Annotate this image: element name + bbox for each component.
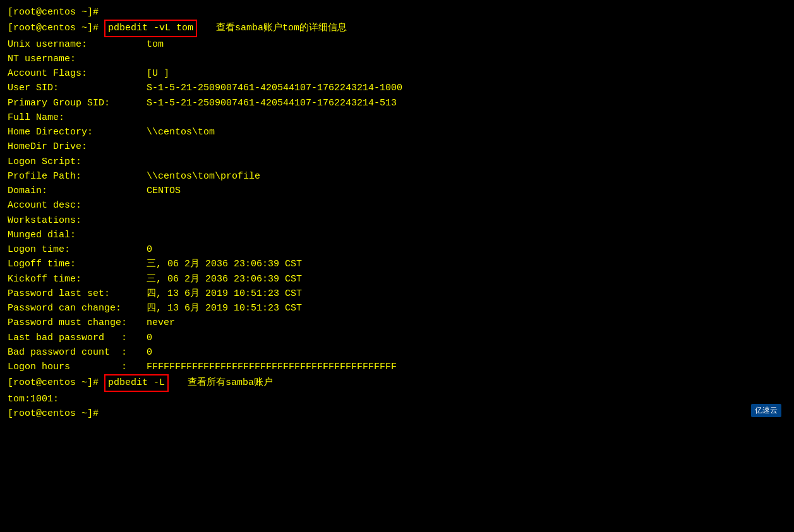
command-box[interactable]: pdbedit -L [104, 374, 169, 391]
field-value: 0 [147, 331, 152, 345]
terminal-line: [root@centos ~]# [8, 406, 786, 421]
field-value: FFFFFFFFFFFFFFFFFFFFFFFFFFFFFFFFFFFFFFFF… [147, 360, 397, 374]
field-label: Primary Group SID: [8, 96, 147, 110]
field-label: Workstations: [8, 213, 147, 228]
terminal-line: Logoff time: 三, 06 2月 2036 23:06:39 CST [8, 257, 786, 271]
field-label: Full Name: [8, 110, 147, 125]
terminal-line: Kickoff time: 三, 06 2月 2036 23:06:39 CST [8, 272, 786, 287]
field-label: Logon Script: [8, 155, 147, 169]
field-label: Logoff time: [8, 257, 147, 271]
terminal-line: Profile Path: \\centos\tom\profile [8, 169, 786, 184]
terminal-line: Munged dial: [8, 228, 786, 242]
terminal: [root@centos ~]#[root@centos ~]# pdbedit… [8, 5, 786, 421]
terminal-line: Password can change: 四, 13 6月 2019 10:51… [8, 301, 786, 316]
field-label: Password can change: [8, 301, 147, 316]
field-label: HomeDir Drive: [8, 139, 147, 154]
comment: 查看所有samba账户 [188, 375, 273, 390]
terminal-line: Unix username: tom [8, 37, 786, 52]
terminal-line: Last bad password : 0 [8, 331, 786, 345]
prompt: [root@centos ~]# [8, 5, 99, 20]
terminal-line: Logon Script: [8, 155, 786, 169]
terminal-line: Password last set: 四, 13 6月 2019 10:51:2… [8, 287, 786, 301]
command-box[interactable]: pdbedit -vL tom [104, 20, 197, 37]
terminal-line: NT username: [8, 52, 786, 66]
watermark: 亿速云 [751, 404, 781, 417]
field-value: 三, 06 2月 2036 23:06:39 CST [147, 257, 302, 271]
terminal-line: Home Directory: \\centos\tom [8, 125, 786, 139]
terminal-line: User SID: S-1-5-21-2509007461-420544107-… [8, 81, 786, 95]
terminal-line: Workstations: [8, 213, 786, 228]
field-label: Logon time: [8, 242, 147, 257]
field-value: 四, 13 6月 2019 10:51:23 CST [147, 301, 302, 316]
terminal-line: tom:1001: [8, 392, 786, 406]
field-label: Password last set: [8, 287, 147, 301]
field-label: Domain: [8, 184, 147, 198]
field-label: Home Directory: [8, 125, 147, 139]
terminal-line: Account desc: [8, 198, 786, 213]
field-value: \\centos\tom\profile [147, 169, 260, 184]
prompt: [root@centos ~]# [8, 406, 99, 421]
field-label: Account desc: [8, 198, 147, 213]
field-label: Logon hours : [8, 360, 147, 374]
field-value: 0 [147, 345, 152, 360]
field-label: NT username: [8, 52, 147, 66]
field-value: [U ] [147, 66, 169, 81]
field-label: Kickoff time: [8, 272, 147, 287]
terminal-line: Logon time: 0 [8, 242, 786, 257]
field-label: Munged dial: [8, 228, 147, 242]
terminal-line: Domain: CENTOS [8, 184, 786, 198]
plain-text: tom:1001: [8, 392, 59, 406]
field-value: CENTOS [147, 184, 181, 198]
terminal-line: Primary Group SID: S-1-5-21-2509007461-4… [8, 96, 786, 110]
terminal-line: Logon hours : FFFFFFFFFFFFFFFFFFFFFFFFFF… [8, 360, 786, 374]
field-label: User SID: [8, 81, 147, 95]
field-value: never [147, 316, 175, 330]
comment: 查看samba账户tom的详细信息 [216, 21, 347, 35]
prompt: [root@centos ~]# [8, 21, 104, 35]
field-value: tom [147, 37, 164, 52]
field-label: Bad password count : [8, 345, 147, 360]
terminal-line: [root@centos ~]# [8, 5, 786, 20]
field-value: 0 [147, 242, 152, 257]
terminal-line: Password must change: never [8, 316, 786, 330]
field-value: S-1-5-21-2509007461-420544107-1762243214… [147, 81, 402, 95]
terminal-line: HomeDir Drive: [8, 139, 786, 154]
field-value: \\centos\tom [147, 125, 215, 139]
field-label: Password must change: [8, 316, 147, 330]
field-label: Profile Path: [8, 169, 147, 184]
field-label: Last bad password : [8, 331, 147, 345]
field-value: 三, 06 2月 2036 23:06:39 CST [147, 272, 302, 287]
terminal-line: Bad password count : 0 [8, 345, 786, 360]
terminal-line: Account Flags: [U ] [8, 66, 786, 81]
field-label: Account Flags: [8, 66, 147, 81]
field-value: S-1-5-21-2509007461-420544107-1762243214… [147, 96, 397, 110]
prompt: [root@centos ~]# [8, 375, 104, 390]
field-label: Unix username: [8, 37, 147, 52]
terminal-line: Full Name: [8, 110, 786, 125]
field-value: 四, 13 6月 2019 10:51:23 CST [147, 287, 302, 301]
terminal-line: [root@centos ~]# pdbedit -L查看所有samba账户 [8, 374, 786, 391]
terminal-line: [root@centos ~]# pdbedit -vL tom查看samba账… [8, 20, 786, 37]
